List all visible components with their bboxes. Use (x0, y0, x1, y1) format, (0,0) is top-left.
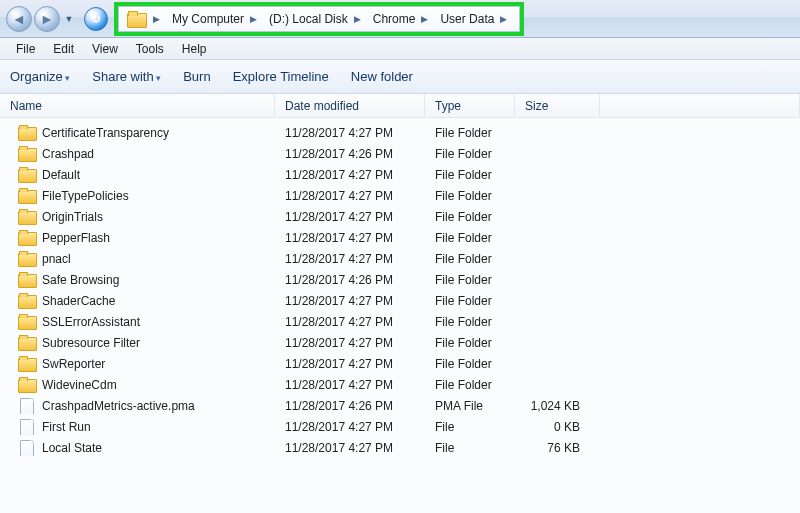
file-modified: 11/28/2017 4:26 PM (275, 273, 425, 287)
file-name: FileTypePolicies (42, 189, 129, 203)
file-modified: 11/28/2017 4:27 PM (275, 315, 425, 329)
folder-icon (18, 356, 36, 372)
folder-icon (18, 251, 36, 267)
file-row[interactable]: Crashpad11/28/2017 4:26 PMFile Folder (0, 143, 800, 164)
file-row[interactable]: First Run11/28/2017 4:27 PMFile0 KB (0, 416, 800, 437)
menu-bar: FileEditViewToolsHelp (0, 38, 800, 60)
nav-bar: ◄ ► ▼ ↻ ▶ My Computer▶(D:) Local Disk▶Ch… (0, 0, 800, 38)
file-row[interactable]: Subresource Filter11/28/2017 4:27 PMFile… (0, 332, 800, 353)
chevron-right-icon: ▶ (250, 14, 257, 24)
folder-icon (18, 272, 36, 288)
menu-item-edit[interactable]: Edit (45, 40, 82, 58)
file-modified: 11/28/2017 4:27 PM (275, 252, 425, 266)
folder-icon (18, 125, 36, 141)
file-name: PepperFlash (42, 231, 110, 245)
file-row[interactable]: ShaderCache11/28/2017 4:27 PMFile Folder (0, 290, 800, 311)
breadcrumb-label: (D:) Local Disk (269, 12, 348, 26)
file-row[interactable]: Default11/28/2017 4:27 PMFile Folder (0, 164, 800, 185)
forward-button[interactable]: ► (34, 6, 60, 32)
file-list: CertificateTransparency11/28/2017 4:27 P… (0, 118, 800, 462)
folder-icon (18, 314, 36, 330)
file-type: File Folder (425, 294, 515, 308)
file-name: Default (42, 168, 80, 182)
file-type: File Folder (425, 378, 515, 392)
file-modified: 11/28/2017 4:27 PM (275, 168, 425, 182)
file-icon (18, 419, 36, 435)
chevron-right-icon: ▶ (421, 14, 428, 24)
file-row[interactable]: OriginTrials11/28/2017 4:27 PMFile Folde… (0, 206, 800, 227)
column-type[interactable]: Type (425, 94, 515, 117)
file-name: Subresource Filter (42, 336, 140, 350)
breadcrumb-segment[interactable]: Chrome▶ (365, 7, 433, 31)
file-name: Local State (42, 441, 102, 455)
breadcrumb-root[interactable]: ▶ (119, 7, 164, 31)
file-size: 0 KB (515, 420, 600, 434)
file-type: File Folder (425, 273, 515, 287)
file-name: SSLErrorAssistant (42, 315, 140, 329)
file-modified: 11/28/2017 4:27 PM (275, 441, 425, 455)
file-row[interactable]: WidevineCdm11/28/2017 4:27 PMFile Folder (0, 374, 800, 395)
menu-item-tools[interactable]: Tools (128, 40, 172, 58)
burn-button[interactable]: Burn (183, 69, 210, 84)
file-row[interactable]: SSLErrorAssistant11/28/2017 4:27 PMFile … (0, 311, 800, 332)
file-name: ShaderCache (42, 294, 115, 308)
column-size[interactable]: Size (515, 94, 600, 117)
breadcrumb-segment[interactable]: My Computer▶ (164, 7, 261, 31)
file-row[interactable]: pnacl11/28/2017 4:27 PMFile Folder (0, 248, 800, 269)
recent-locations-dropdown[interactable]: ▼ (62, 6, 76, 32)
file-size: 1,024 KB (515, 399, 600, 413)
file-name: First Run (42, 420, 91, 434)
folder-icon (18, 188, 36, 204)
folder-icon (18, 209, 36, 225)
file-type: File Folder (425, 210, 515, 224)
refresh-button[interactable]: ↻ (84, 7, 108, 31)
file-row[interactable]: CertificateTransparency11/28/2017 4:27 P… (0, 122, 800, 143)
breadcrumb-label: User Data (440, 12, 494, 26)
file-type: File Folder (425, 189, 515, 203)
file-type: File Folder (425, 147, 515, 161)
address-bar-highlight: ▶ My Computer▶(D:) Local Disk▶Chrome▶Use… (114, 2, 524, 36)
file-name: WidevineCdm (42, 378, 117, 392)
file-modified: 11/28/2017 4:27 PM (275, 231, 425, 245)
menu-item-view[interactable]: View (84, 40, 126, 58)
file-modified: 11/28/2017 4:27 PM (275, 336, 425, 350)
file-modified: 11/28/2017 4:27 PM (275, 126, 425, 140)
file-icon (18, 440, 36, 456)
folder-icon (18, 230, 36, 246)
folder-icon (18, 335, 36, 351)
column-modified[interactable]: Date modified (275, 94, 425, 117)
file-name: SwReporter (42, 357, 105, 371)
file-row[interactable]: Safe Browsing11/28/2017 4:26 PMFile Fold… (0, 269, 800, 290)
back-button[interactable]: ◄ (6, 6, 32, 32)
file-row[interactable]: SwReporter11/28/2017 4:27 PMFile Folder (0, 353, 800, 374)
share-with-button[interactable]: Share with (92, 69, 161, 84)
toolbar: Organize Share with Burn Explore Timelin… (0, 60, 800, 94)
file-type: File Folder (425, 315, 515, 329)
file-row[interactable]: FileTypePolicies11/28/2017 4:27 PMFile F… (0, 185, 800, 206)
file-row[interactable]: CrashpadMetrics-active.pma11/28/2017 4:2… (0, 395, 800, 416)
file-modified: 11/28/2017 4:27 PM (275, 378, 425, 392)
new-folder-button[interactable]: New folder (351, 69, 413, 84)
file-type: File (425, 420, 515, 434)
file-name: Safe Browsing (42, 273, 119, 287)
chevron-right-icon: ▶ (153, 14, 160, 24)
file-row[interactable]: Local State11/28/2017 4:27 PMFile76 KB (0, 437, 800, 458)
column-name[interactable]: Name (0, 94, 275, 117)
explore-timeline-button[interactable]: Explore Timeline (233, 69, 329, 84)
chevron-right-icon: ▶ (354, 14, 361, 24)
file-type: PMA File (425, 399, 515, 413)
breadcrumb[interactable]: ▶ My Computer▶(D:) Local Disk▶Chrome▶Use… (118, 6, 520, 32)
folder-icon (18, 146, 36, 162)
file-row[interactable]: PepperFlash11/28/2017 4:27 PMFile Folder (0, 227, 800, 248)
file-type: File Folder (425, 357, 515, 371)
file-modified: 11/28/2017 4:27 PM (275, 189, 425, 203)
organize-button[interactable]: Organize (10, 69, 70, 84)
breadcrumb-segment[interactable]: User Data▶ (432, 7, 511, 31)
menu-item-file[interactable]: File (8, 40, 43, 58)
file-name: pnacl (42, 252, 71, 266)
breadcrumb-segment[interactable]: (D:) Local Disk▶ (261, 7, 365, 31)
file-modified: 11/28/2017 4:26 PM (275, 399, 425, 413)
file-size: 76 KB (515, 441, 600, 455)
file-type: File Folder (425, 231, 515, 245)
menu-item-help[interactable]: Help (174, 40, 215, 58)
